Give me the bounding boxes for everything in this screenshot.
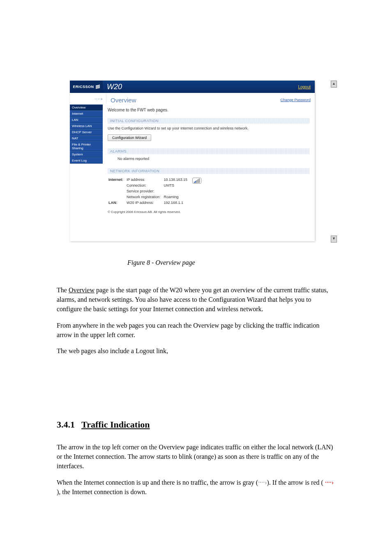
internet-label: Internet: xyxy=(108,177,126,182)
nav-dhcp-server[interactable]: DHCP Server xyxy=(70,129,103,135)
ip-value: 10.138.163.15 xyxy=(164,177,190,182)
change-password-link[interactable]: Change Password xyxy=(280,98,311,102)
brand-logo: ERICSSON xyxy=(70,81,103,93)
lan-ip-label: W20 IP address: xyxy=(127,200,163,205)
welcome-text: Welcome to the FWT web pages. xyxy=(108,108,310,112)
figure-caption: Figure 8 - Overview page xyxy=(127,259,195,266)
section-network-info-header: NETWORK INFORMATION xyxy=(108,168,310,174)
section-initial-config-header: INITIAL CONFIGURATION xyxy=(108,118,310,124)
nav-wireless-lan[interactable]: Wireless LAN xyxy=(70,123,103,129)
scroll-up-button[interactable]: ▲ xyxy=(331,81,337,88)
page-title: Overview xyxy=(111,97,136,104)
router-admin-screenshot: ERICSSON W20 Logout ····› Overview Chang… xyxy=(70,81,315,241)
brand-text: ERICSSON xyxy=(73,85,94,89)
section-alarms-header: ALARMS xyxy=(108,148,310,154)
nav-overview[interactable]: Overview xyxy=(70,104,103,111)
sp-value xyxy=(164,189,190,194)
nr-label: Network registration: xyxy=(127,194,163,199)
lan-ip-value: 192.168.1.1 xyxy=(164,200,190,205)
sidebar-nav: Overview Internet LAN Wireless LAN DHCP … xyxy=(70,104,103,241)
initial-config-desc: Use the Configuration Wizard to set up y… xyxy=(108,126,310,130)
conn-value: UMTS xyxy=(164,183,190,188)
copyright-text: © Copyright 2006 Ericsson AB. All rights… xyxy=(108,210,310,214)
section-heading: 3.4.1 Traffic Indication xyxy=(57,419,150,430)
nav-system[interactable]: System xyxy=(70,151,103,157)
alarms-message: No alarms reported xyxy=(108,154,310,168)
signal-strength-icon xyxy=(192,178,201,184)
nav-file-printer[interactable]: File & Printer Sharing xyxy=(70,141,103,151)
scroll-down-button[interactable]: ▼ xyxy=(331,236,337,243)
traffic-arrow-icon: ····› xyxy=(95,97,103,101)
nav-event-log[interactable]: Event Log xyxy=(70,157,103,164)
traffic-indicator[interactable]: ····› xyxy=(70,93,106,104)
conn-label: Connection: xyxy=(127,183,163,188)
nav-nat[interactable]: NAT xyxy=(70,135,103,141)
ip-label: IP address: xyxy=(127,177,163,182)
nav-lan[interactable]: LAN xyxy=(70,117,103,123)
body-paragraphs: The Overview page is the start page of t… xyxy=(57,279,336,362)
nav-internet[interactable]: Internet xyxy=(70,111,103,117)
logout-link[interactable]: Logout xyxy=(298,85,311,89)
configuration-wizard-button[interactable]: Configuration Wizard xyxy=(108,134,151,141)
body-paragraphs-2: The arrow in the top left corner on the … xyxy=(57,436,336,503)
network-info-table: Internet: IP address: 10.138.163.15 xyxy=(108,176,205,206)
sp-label: Service provider: xyxy=(127,189,163,194)
lan-label: LAN: xyxy=(108,200,126,205)
nr-value: Roaming xyxy=(164,194,190,199)
ericsson-stripes-icon xyxy=(96,85,100,89)
product-title: W20 xyxy=(107,83,122,91)
